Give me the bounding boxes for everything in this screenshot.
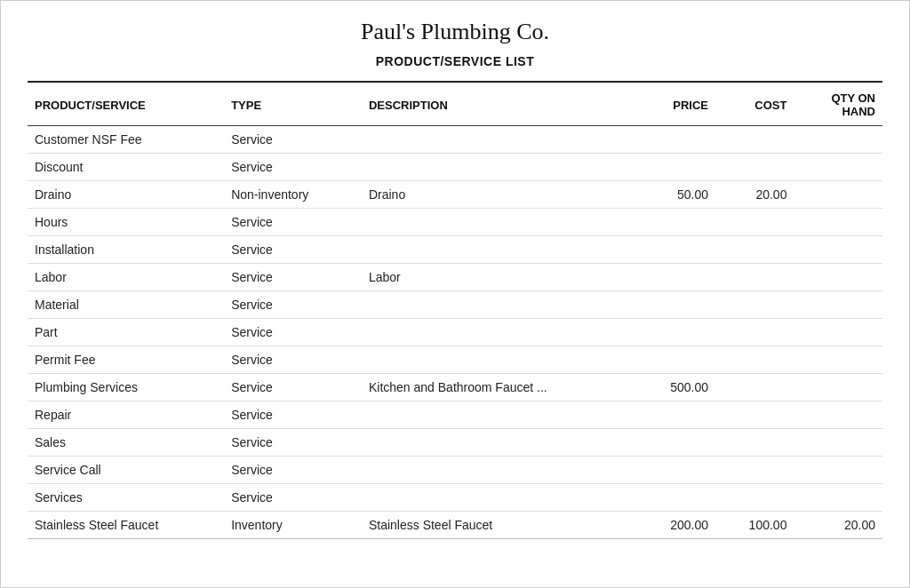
cell-price <box>637 154 715 181</box>
cell-product: Hours <box>28 209 224 236</box>
table-row: RepairService <box>28 401 882 429</box>
cell-type: Service <box>224 126 362 154</box>
cell-cost <box>715 264 794 291</box>
cell-description <box>362 291 637 319</box>
cell-qty <box>794 346 882 374</box>
page-container: Paul's Plumbing Co. PRODUCT/SERVICE LIST… <box>0 0 910 588</box>
cell-type: Service <box>224 401 362 429</box>
table-body: Customer NSF FeeServiceDiscountServiceDr… <box>28 126 882 539</box>
cell-price <box>637 401 715 429</box>
cell-description <box>362 346 637 374</box>
cell-qty: 20.00 <box>794 512 882 539</box>
table-row: ServicesService <box>28 484 882 512</box>
product-service-table: PRODUCT/SERVICE TYPE DESCRIPTION PRICE C… <box>28 83 882 539</box>
table-row: Service CallService <box>28 457 882 484</box>
cell-product: Customer NSF Fee <box>28 126 224 154</box>
cell-description: Kitchen and Bathroom Faucet ... <box>362 374 637 401</box>
cell-product: Repair <box>28 401 224 429</box>
cell-type: Service <box>224 236 362 264</box>
cell-cost <box>715 457 794 484</box>
cell-product: Installation <box>28 236 224 264</box>
cell-cost: 100.00 <box>715 512 794 539</box>
table-row: SalesService <box>28 429 882 457</box>
cell-qty <box>794 484 882 512</box>
cell-type: Service <box>224 319 362 346</box>
cell-price <box>637 484 715 512</box>
cell-product: Plumbing Services <box>28 374 224 401</box>
cell-description: Draino <box>362 181 637 209</box>
cell-qty <box>794 401 882 429</box>
cell-qty <box>794 264 882 291</box>
company-title: Paul's Plumbing Co. <box>28 19 882 45</box>
cell-product: Discount <box>28 154 224 181</box>
cell-qty <box>794 181 882 209</box>
list-title: PRODUCT/SERVICE LIST <box>28 54 882 68</box>
table-row: MaterialService <box>28 291 882 319</box>
cell-description <box>362 319 637 346</box>
cell-price: 500.00 <box>637 374 715 401</box>
table-row: Permit FeeService <box>28 346 882 374</box>
cell-type: Service <box>224 346 362 374</box>
cell-product: Stainless Steel Faucet <box>28 512 224 539</box>
cell-product: Labor <box>28 264 224 291</box>
cell-product: Material <box>28 291 224 319</box>
cell-price <box>637 457 715 484</box>
cell-description <box>362 429 637 457</box>
cell-type: Service <box>224 154 362 181</box>
cell-cost <box>715 401 794 429</box>
cell-qty <box>794 374 882 401</box>
cell-description: Stainless Steel Faucet <box>362 512 637 539</box>
cell-price <box>637 209 715 236</box>
cell-product: Services <box>28 484 224 512</box>
cell-qty <box>794 236 882 264</box>
cell-type: Service <box>224 291 362 319</box>
cell-description <box>362 209 637 236</box>
cell-type: Inventory <box>224 512 362 539</box>
cell-qty <box>794 457 882 484</box>
table-row: LaborServiceLabor <box>28 264 882 291</box>
cell-qty <box>794 291 882 319</box>
cell-price <box>637 126 715 154</box>
cell-price <box>637 346 715 374</box>
cell-type: Service <box>224 457 362 484</box>
cell-qty <box>794 126 882 154</box>
col-header-product: PRODUCT/SERVICE <box>28 83 224 126</box>
cell-product: Service Call <box>28 457 224 484</box>
cell-type: Non-inventory <box>224 181 362 209</box>
cell-cost <box>715 429 794 457</box>
cell-description <box>362 236 637 264</box>
cell-price <box>637 236 715 264</box>
cell-product: Draino <box>28 181 224 209</box>
cell-type: Service <box>224 374 362 401</box>
table-row: PartService <box>28 319 882 346</box>
cell-description <box>362 457 637 484</box>
col-header-description: DESCRIPTION <box>362 83 637 126</box>
table-row: HoursService <box>28 209 882 236</box>
col-header-qty: QTY ON HAND <box>794 83 882 126</box>
cell-price <box>637 429 715 457</box>
table-row: DrainoNon-inventoryDraino50.0020.00 <box>28 181 882 209</box>
cell-product: Part <box>28 319 224 346</box>
cell-description <box>362 401 637 429</box>
cell-qty <box>794 319 882 346</box>
cell-description <box>362 126 637 154</box>
cell-type: Service <box>224 209 362 236</box>
cell-cost <box>715 374 794 401</box>
cell-cost <box>715 291 794 319</box>
cell-cost <box>715 319 794 346</box>
table-row: InstallationService <box>28 236 882 264</box>
table-row: Stainless Steel FaucetInventoryStainless… <box>28 512 882 539</box>
cell-cost <box>715 346 794 374</box>
cell-description: Labor <box>362 264 637 291</box>
table-header-row: PRODUCT/SERVICE TYPE DESCRIPTION PRICE C… <box>28 83 882 126</box>
col-header-cost: COST <box>715 83 794 126</box>
cell-description <box>362 154 637 181</box>
col-header-price: PRICE <box>637 83 715 126</box>
cell-price: 200.00 <box>637 512 715 539</box>
cell-type: Service <box>224 484 362 512</box>
cell-price <box>637 291 715 319</box>
cell-price: 50.00 <box>637 181 715 209</box>
table-row: Customer NSF FeeService <box>28 126 882 154</box>
cell-cost <box>715 154 794 181</box>
cell-cost <box>715 236 794 264</box>
